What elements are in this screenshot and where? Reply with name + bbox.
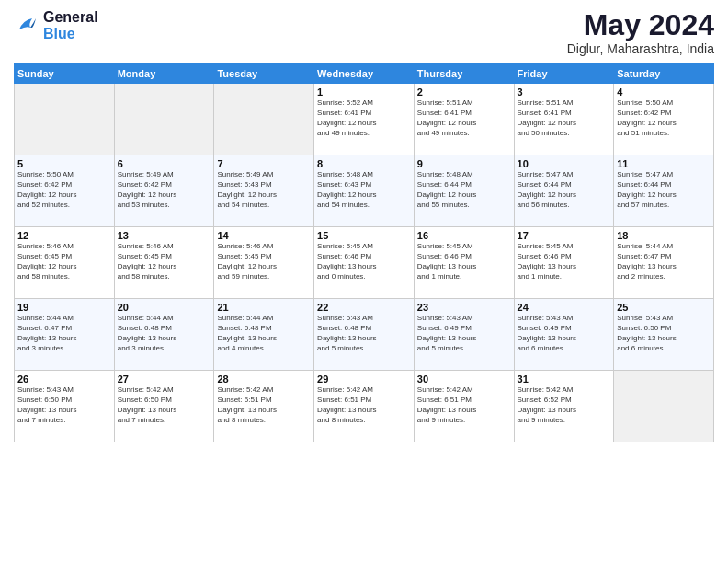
day-info: Sunrise: 5:44 AM Sunset: 6:47 PM Dayligh… — [617, 242, 711, 282]
week-row-1: 1Sunrise: 5:52 AM Sunset: 6:41 PM Daylig… — [15, 84, 714, 155]
day-number: 22 — [317, 302, 411, 313]
calendar-cell: 7Sunrise: 5:49 AM Sunset: 6:43 PM Daylig… — [214, 155, 314, 227]
day-info: Sunrise: 5:42 AM Sunset: 6:51 PM Dayligh… — [217, 385, 311, 425]
day-info: Sunrise: 5:43 AM Sunset: 6:49 PM Dayligh… — [518, 314, 611, 353]
day-info: Sunrise: 5:51 AM Sunset: 6:41 PM Dayligh… — [518, 98, 611, 138]
day-info: Sunrise: 5:45 AM Sunset: 6:46 PM Dayligh… — [417, 242, 511, 282]
day-number: 20 — [118, 302, 211, 313]
day-number: 5 — [17, 158, 111, 169]
day-number: 1 — [317, 86, 411, 98]
day-number: 17 — [518, 230, 611, 241]
day-number: 19 — [17, 302, 111, 313]
calendar-cell — [15, 84, 115, 155]
day-number: 23 — [417, 302, 511, 313]
day-info: Sunrise: 5:52 AM Sunset: 6:41 PM Dayligh… — [317, 98, 411, 138]
calendar-cell: 14Sunrise: 5:46 AM Sunset: 6:45 PM Dayli… — [214, 227, 314, 299]
day-number: 30 — [417, 373, 511, 385]
week-row-3: 12Sunrise: 5:46 AM Sunset: 6:45 PM Dayli… — [15, 227, 714, 299]
logo-text: General Blue — [43, 9, 98, 41]
day-info: Sunrise: 5:47 AM Sunset: 6:44 PM Dayligh… — [617, 170, 711, 210]
day-number: 29 — [317, 373, 411, 385]
day-number: 21 — [217, 302, 311, 313]
day-info: Sunrise: 5:49 AM Sunset: 6:43 PM Dayligh… — [217, 170, 311, 210]
day-info: Sunrise: 5:43 AM Sunset: 6:50 PM Dayligh… — [617, 314, 711, 353]
day-info: Sunrise: 5:47 AM Sunset: 6:44 PM Dayligh… — [518, 170, 611, 210]
day-info: Sunrise: 5:43 AM Sunset: 6:48 PM Dayligh… — [317, 314, 411, 353]
calendar-cell: 4Sunrise: 5:50 AM Sunset: 6:42 PM Daylig… — [614, 84, 714, 155]
day-number: 9 — [417, 158, 511, 169]
calendar-cell: 9Sunrise: 5:48 AM Sunset: 6:44 PM Daylig… — [414, 155, 514, 227]
location: Diglur, Maharashtra, India — [567, 41, 714, 56]
calendar-cell: 25Sunrise: 5:43 AM Sunset: 6:50 PM Dayli… — [614, 299, 714, 371]
logo: General Blue — [14, 9, 98, 41]
calendar-cell: 13Sunrise: 5:46 AM Sunset: 6:45 PM Dayli… — [114, 227, 214, 299]
day-info: Sunrise: 5:42 AM Sunset: 6:51 PM Dayligh… — [317, 385, 411, 425]
day-number: 15 — [317, 230, 411, 241]
day-info: Sunrise: 5:45 AM Sunset: 6:46 PM Dayligh… — [317, 242, 411, 282]
day-info: Sunrise: 5:46 AM Sunset: 6:45 PM Dayligh… — [217, 242, 311, 282]
day-number: 18 — [617, 230, 711, 241]
day-number: 10 — [518, 158, 611, 169]
day-number: 25 — [617, 302, 711, 313]
day-number: 16 — [417, 230, 511, 241]
calendar-cell — [614, 371, 714, 442]
day-number: 11 — [617, 158, 711, 169]
calendar-cell: 2Sunrise: 5:51 AM Sunset: 6:41 PM Daylig… — [414, 84, 514, 155]
calendar-cell: 28Sunrise: 5:42 AM Sunset: 6:51 PM Dayli… — [214, 371, 314, 442]
calendar-cell: 22Sunrise: 5:43 AM Sunset: 6:48 PM Dayli… — [314, 299, 415, 371]
calendar-cell: 16Sunrise: 5:45 AM Sunset: 6:46 PM Dayli… — [414, 227, 514, 299]
col-tuesday: Tuesday — [214, 64, 314, 84]
calendar-cell: 8Sunrise: 5:48 AM Sunset: 6:43 PM Daylig… — [314, 155, 415, 227]
calendar-cell: 11Sunrise: 5:47 AM Sunset: 6:44 PM Dayli… — [614, 155, 714, 227]
day-number: 24 — [518, 302, 611, 313]
calendar-cell: 17Sunrise: 5:45 AM Sunset: 6:46 PM Dayli… — [514, 227, 614, 299]
calendar-cell — [114, 84, 214, 155]
calendar-cell — [214, 84, 314, 155]
week-row-5: 26Sunrise: 5:43 AM Sunset: 6:50 PM Dayli… — [15, 371, 714, 442]
day-number: 6 — [118, 158, 211, 169]
day-info: Sunrise: 5:42 AM Sunset: 6:52 PM Dayligh… — [518, 385, 611, 425]
week-row-2: 5Sunrise: 5:50 AM Sunset: 6:42 PM Daylig… — [15, 155, 714, 227]
day-info: Sunrise: 5:50 AM Sunset: 6:42 PM Dayligh… — [17, 170, 111, 210]
day-info: Sunrise: 5:42 AM Sunset: 6:51 PM Dayligh… — [417, 385, 511, 425]
week-row-4: 19Sunrise: 5:44 AM Sunset: 6:47 PM Dayli… — [15, 299, 714, 371]
day-info: Sunrise: 5:50 AM Sunset: 6:42 PM Dayligh… — [617, 98, 711, 138]
day-info: Sunrise: 5:43 AM Sunset: 6:49 PM Dayligh… — [417, 314, 511, 353]
calendar-table: Sunday Monday Tuesday Wednesday Thursday… — [14, 63, 714, 442]
day-info: Sunrise: 5:48 AM Sunset: 6:44 PM Dayligh… — [417, 170, 511, 210]
day-info: Sunrise: 5:44 AM Sunset: 6:48 PM Dayligh… — [118, 314, 211, 353]
calendar-cell: 15Sunrise: 5:45 AM Sunset: 6:46 PM Dayli… — [314, 227, 415, 299]
calendar-cell: 5Sunrise: 5:50 AM Sunset: 6:42 PM Daylig… — [15, 155, 115, 227]
day-info: Sunrise: 5:46 AM Sunset: 6:45 PM Dayligh… — [17, 242, 111, 282]
day-info: Sunrise: 5:43 AM Sunset: 6:50 PM Dayligh… — [17, 385, 111, 425]
calendar-cell: 21Sunrise: 5:44 AM Sunset: 6:48 PM Dayli… — [214, 299, 314, 371]
calendar-cell: 20Sunrise: 5:44 AM Sunset: 6:48 PM Dayli… — [114, 299, 214, 371]
day-number: 26 — [17, 373, 111, 385]
calendar-cell: 26Sunrise: 5:43 AM Sunset: 6:50 PM Dayli… — [15, 371, 115, 442]
day-number: 3 — [518, 86, 611, 98]
month-title: May 2024 — [567, 9, 714, 41]
day-info: Sunrise: 5:46 AM Sunset: 6:45 PM Dayligh… — [118, 242, 211, 282]
col-monday: Monday — [114, 64, 214, 84]
col-friday: Friday — [514, 64, 614, 84]
title-block: May 2024 Diglur, Maharashtra, India — [567, 9, 714, 56]
calendar-cell: 3Sunrise: 5:51 AM Sunset: 6:41 PM Daylig… — [514, 84, 614, 155]
calendar-cell: 12Sunrise: 5:46 AM Sunset: 6:45 PM Dayli… — [15, 227, 115, 299]
day-number: 31 — [518, 373, 611, 385]
day-number: 12 — [17, 230, 111, 241]
col-thursday: Thursday — [414, 64, 514, 84]
day-number: 13 — [118, 230, 211, 241]
day-number: 4 — [617, 86, 711, 98]
calendar-cell: 6Sunrise: 5:49 AM Sunset: 6:42 PM Daylig… — [114, 155, 214, 227]
calendar-cell: 27Sunrise: 5:42 AM Sunset: 6:50 PM Dayli… — [114, 371, 214, 442]
day-info: Sunrise: 5:48 AM Sunset: 6:43 PM Dayligh… — [317, 170, 411, 210]
day-number: 7 — [217, 158, 311, 169]
calendar-cell: 31Sunrise: 5:42 AM Sunset: 6:52 PM Dayli… — [514, 371, 614, 442]
calendar-cell: 24Sunrise: 5:43 AM Sunset: 6:49 PM Dayli… — [514, 299, 614, 371]
day-info: Sunrise: 5:49 AM Sunset: 6:42 PM Dayligh… — [118, 170, 211, 210]
calendar-cell: 10Sunrise: 5:47 AM Sunset: 6:44 PM Dayli… — [514, 155, 614, 227]
day-info: Sunrise: 5:44 AM Sunset: 6:47 PM Dayligh… — [17, 314, 111, 353]
day-info: Sunrise: 5:51 AM Sunset: 6:41 PM Dayligh… — [417, 98, 511, 138]
day-info: Sunrise: 5:45 AM Sunset: 6:46 PM Dayligh… — [518, 242, 611, 282]
header-row: Sunday Monday Tuesday Wednesday Thursday… — [15, 64, 714, 84]
